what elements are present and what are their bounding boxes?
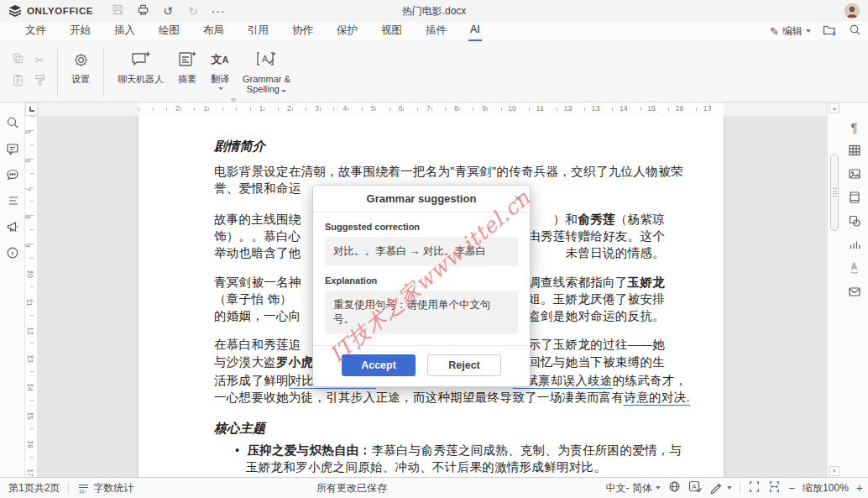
tab-视图[interactable]: 视图 bbox=[369, 22, 414, 41]
tab-绘图[interactable]: 绘图 bbox=[147, 22, 191, 41]
document-canvas[interactable]: 剧情简介电影背景设定在清朝，故事围绕着一把名为"青冥剑"的传奇兵器，交织了九位人… bbox=[38, 116, 827, 477]
fit-width-icon bbox=[768, 480, 781, 493]
translate-button[interactable]: 文A 翻译 bbox=[204, 45, 236, 100]
tab-引用[interactable]: 引用 bbox=[236, 22, 280, 41]
document-language-button[interactable]: 中文- 简体 bbox=[606, 481, 661, 495]
doc-line: •压抑之爱与炽热自由：李慕白与俞秀莲之间成熟、克制、为责任所困的爱情，与 bbox=[235, 442, 665, 459]
tabbar: 文件开始插入绘图布局引用协作保护视图插件AI ✎ 编辑 bbox=[0, 22, 868, 40]
word-count-label: 字数统计 bbox=[93, 481, 133, 495]
dialog-header[interactable]: Grammar suggestion × bbox=[313, 186, 530, 212]
sidebar-chat-button[interactable] bbox=[6, 168, 19, 185]
zoom-in-button[interactable]: + bbox=[856, 481, 863, 495]
ruler-number: 16 bbox=[26, 440, 34, 448]
fit-page-button[interactable] bbox=[748, 480, 761, 495]
right-indent-marker[interactable] bbox=[660, 101, 667, 116]
tab-文件[interactable]: 文件 bbox=[13, 22, 58, 41]
doc-text: 玉娇龙 bbox=[628, 275, 665, 289]
more-icon: ··· bbox=[212, 4, 226, 18]
track-changes-button[interactable] bbox=[710, 482, 732, 494]
chatbot-button[interactable]: 聊天机器人 bbox=[111, 45, 170, 100]
page-number-label[interactable]: 第1页共2页 bbox=[8, 481, 60, 495]
avatar[interactable] bbox=[844, 3, 860, 18]
right-panel-icons: ¶ A bbox=[840, 102, 868, 477]
tab-保护[interactable]: 保护 bbox=[325, 22, 369, 41]
scroll-down-button[interactable]: ▼ bbox=[829, 466, 839, 476]
reject-button[interactable]: Reject bbox=[427, 354, 501, 376]
fit-width-button[interactable] bbox=[768, 480, 781, 495]
copy-button[interactable] bbox=[12, 52, 24, 68]
chatbot-icon bbox=[130, 50, 152, 69]
save-button[interactable] bbox=[105, 3, 130, 18]
undo-button[interactable]: ↺ bbox=[155, 4, 180, 18]
open-file-location-button[interactable] bbox=[823, 24, 837, 39]
format-painter-button[interactable] bbox=[34, 74, 46, 90]
save-status-label: 所有更改已保存 bbox=[316, 481, 387, 495]
close-icon: × bbox=[514, 191, 521, 205]
accept-button[interactable]: Accept bbox=[342, 354, 416, 376]
paragraph-icon: ¶ bbox=[850, 120, 857, 134]
scrollbar-thumb[interactable] bbox=[830, 154, 839, 231]
vertical-ruler[interactable]: 567891011121314151617 bbox=[25, 116, 38, 477]
tab-stop-icon bbox=[29, 107, 34, 112]
paragraph-settings-button[interactable]: ¶ bbox=[850, 119, 857, 134]
sidebar-comments-button[interactable] bbox=[6, 142, 19, 159]
svg-text:12-: 12- bbox=[79, 489, 86, 494]
sidebar-feedback-button[interactable] bbox=[6, 220, 19, 237]
ruler-number: 5 bbox=[371, 104, 375, 113]
grammar-suggestion-dialog: Grammar suggestion × Suggested correctio… bbox=[312, 185, 531, 387]
edit-mode-button[interactable]: ✎ 编辑 bbox=[770, 24, 811, 39]
sidebar-about-button[interactable] bbox=[6, 246, 19, 263]
save-icon bbox=[112, 3, 124, 16]
ruler-row: 211234567891011121314151617 bbox=[25, 102, 827, 116]
zoom-level-label[interactable]: 缩放100% bbox=[803, 481, 849, 495]
table-icon bbox=[848, 144, 861, 157]
text-art-settings-button[interactable]: A bbox=[848, 260, 861, 275]
ruler-number: 11 bbox=[25, 298, 34, 306]
header-footer-settings-button[interactable] bbox=[848, 190, 861, 205]
print-icon bbox=[137, 3, 149, 16]
sidebar-navigation-button[interactable] bbox=[6, 194, 19, 211]
statusbar-divider bbox=[740, 482, 740, 494]
vertical-scrollbar[interactable]: ▲ ▼ bbox=[827, 102, 840, 477]
zoom-out-button[interactable]: − bbox=[788, 481, 795, 495]
table-settings-button[interactable] bbox=[848, 143, 861, 158]
sidebar-search-button[interactable] bbox=[6, 116, 19, 133]
scroll-up-button[interactable]: ▲ bbox=[829, 103, 839, 113]
grammar-spelling-button[interactable]: A Grammar & Spelling bbox=[236, 45, 297, 100]
tab-插件[interactable]: 插件 bbox=[414, 22, 458, 41]
chevron-down-icon bbox=[281, 90, 286, 92]
more-button[interactable]: ··· bbox=[206, 4, 231, 18]
statusbar: 第1页共2页 12- 字数统计 所有更改已保存 中文- 简体 A bbox=[0, 477, 868, 498]
ruler-number: 4 bbox=[342, 104, 347, 113]
print-button[interactable] bbox=[130, 3, 155, 18]
onlyoffice-window: ONLYOFFICE ↺ ↻ ··· 热门电影.docx 文件开始插入绘图布局引… bbox=[0, 0, 868, 498]
spell-check-button[interactable]: A bbox=[688, 480, 703, 495]
shape-settings-button[interactable] bbox=[848, 213, 861, 228]
image-settings-button[interactable] bbox=[848, 166, 861, 181]
chart-settings-button[interactable] bbox=[848, 237, 861, 252]
tab-开始[interactable]: 开始 bbox=[58, 22, 102, 41]
ruler-number: 13 bbox=[592, 104, 599, 113]
word-count-button[interactable]: 12- 字数统计 bbox=[77, 481, 133, 495]
mail-merge-button[interactable] bbox=[848, 284, 861, 299]
close-button[interactable]: × bbox=[514, 191, 521, 206]
summarize-button[interactable]: 摘要 bbox=[170, 45, 204, 100]
ai-settings-button[interactable]: 设置 bbox=[65, 45, 97, 100]
globe-icon bbox=[668, 480, 681, 493]
doc-text: 由秀莲转赠给好友。这个 bbox=[528, 229, 665, 243]
tab-AI[interactable]: AI bbox=[458, 22, 492, 41]
horizontal-ruler[interactable]: 211234567891011121314151617 bbox=[38, 102, 827, 116]
tab-布局[interactable]: 布局 bbox=[191, 22, 236, 41]
tab-插入[interactable]: 插入 bbox=[102, 22, 147, 41]
tab-协作[interactable]: 协作 bbox=[280, 22, 325, 41]
search-button[interactable] bbox=[849, 24, 861, 39]
cut-button[interactable]: ✂ bbox=[35, 54, 44, 66]
word-count-icon: 12- bbox=[77, 483, 90, 494]
doc-text: 的练武奇才， bbox=[613, 374, 688, 387]
set-language-button[interactable] bbox=[668, 480, 681, 495]
paste-button[interactable] bbox=[12, 74, 24, 90]
spellcheck-icon: A bbox=[688, 480, 703, 493]
tab-stop-selector[interactable] bbox=[25, 102, 38, 116]
left-indent-marker[interactable] bbox=[230, 101, 237, 116]
redo-button[interactable]: ↻ bbox=[180, 4, 206, 18]
